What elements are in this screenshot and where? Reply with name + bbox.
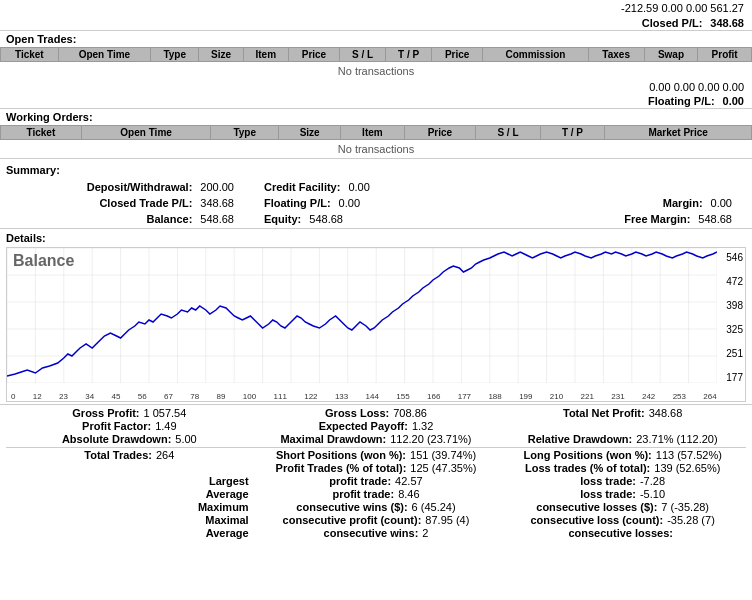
col-type: Type	[151, 48, 199, 62]
free-margin-label: Free Margin:	[624, 213, 690, 225]
wo-col-size: Size	[279, 126, 341, 140]
open-trades-no-transactions: No transactions	[1, 62, 752, 81]
short-positions-value: 151 (39.74%)	[410, 449, 476, 461]
average-profit-value: 8.46	[398, 488, 419, 500]
top-numbers: -212.59 0.00 0.00 561.27	[621, 2, 744, 14]
floating-subtotals: 0.00 0.00 0.00 0.00	[0, 80, 752, 94]
stats-row-8: Maximum consecutive wins ($): 6 (45.24) …	[6, 501, 746, 513]
details-section: Details: Balance 546 472 398 325 251 177	[0, 228, 752, 402]
largest-loss-value: -7.28	[640, 475, 665, 487]
open-trades-header: Open Trades:	[0, 31, 752, 47]
summary-section: Summary: Deposit/Withdrawal: 200.00 Cred…	[0, 158, 752, 228]
x-188: 188	[488, 392, 501, 401]
wo-col-open-time: Open Time	[81, 126, 211, 140]
y-label-3: 398	[726, 300, 743, 311]
floating-pl-label: Floating P/L:	[648, 95, 715, 107]
max-consec-wins-cell: consecutive wins ($): 6 (45.24)	[253, 501, 500, 513]
x-231: 231	[611, 392, 624, 401]
wo-col-tp: T / P	[540, 126, 605, 140]
summary-grid: Deposit/Withdrawal: 200.00 Credit Facili…	[0, 178, 752, 228]
x-12: 12	[33, 392, 42, 401]
balance-chart-line	[7, 252, 717, 376]
stats-row-3: Absolute Drawdown: 5.00 Maximal Drawdown…	[6, 433, 746, 445]
col-price2: Price	[432, 48, 483, 62]
avg-consec-wins-value: 2	[422, 527, 428, 539]
average-label-cell: Average	[6, 488, 253, 500]
summary-label: Summary:	[0, 162, 752, 178]
maximal-consec-profit-label: consecutive profit (count):	[283, 514, 422, 526]
col-price: Price	[288, 48, 339, 62]
x-133: 133	[335, 392, 348, 401]
loss-trades-cell: Loss trades (% of total): 139 (52.65%)	[499, 462, 746, 474]
total-trades-value: 264	[156, 449, 174, 461]
x-155: 155	[396, 392, 409, 401]
balance-value: 548.68	[200, 213, 234, 225]
x-0: 0	[11, 392, 15, 401]
maximal-drawdown-value: 112.20 (23.71%)	[390, 433, 471, 445]
closed-trade-pl-row: Closed Trade P/L: 348.68	[10, 196, 254, 210]
average-loss-cell: loss trade: -5.10	[499, 488, 746, 500]
wo-col-item: Item	[341, 126, 404, 140]
wo-col-ticket: Ticket	[1, 126, 82, 140]
stats-row-6: Largest profit trade: 42.57 loss trade: …	[6, 475, 746, 487]
max-consec-wins-label: consecutive wins ($):	[296, 501, 407, 513]
chart-container: Balance 546 472 398 325 251 177	[6, 247, 746, 402]
loss-trades-value: 139 (52.65%)	[654, 462, 720, 474]
absolute-drawdown-label: Absolute Drawdown:	[62, 433, 171, 445]
total-trades-label: Total Trades:	[84, 449, 152, 461]
closed-trade-pl-label: Closed Trade P/L:	[99, 197, 192, 209]
free-margin-value: 548.68	[698, 213, 732, 225]
absolute-drawdown-cell: Absolute Drawdown: 5.00	[6, 433, 253, 445]
long-positions-value: 113 (57.52%)	[656, 449, 722, 461]
closed-pl-value: 348.68	[710, 17, 744, 29]
col-taxes: Taxes	[588, 48, 644, 62]
loss-trades-label: Loss trades (% of total):	[525, 462, 650, 474]
margin-row: Margin: 0.00	[498, 196, 742, 210]
x-242: 242	[642, 392, 655, 401]
summary-floating-pl-row: Floating P/L: 0.00	[254, 196, 498, 210]
x-166: 166	[427, 392, 440, 401]
stats-row-2: Profit Factor: 1.49 Expected Payoff: 1.3…	[6, 420, 746, 432]
closed-trade-pl-value: 348.68	[200, 197, 234, 209]
average-loss-value: -5.10	[640, 488, 665, 500]
x-45: 45	[112, 392, 121, 401]
y-label-4: 325	[726, 324, 743, 335]
average-loss-label: loss trade:	[580, 488, 636, 500]
x-144: 144	[366, 392, 379, 401]
average-profit-label: profit trade:	[332, 488, 394, 500]
average-profit-cell: profit trade: 8.46	[253, 488, 500, 500]
chart-x-axis: 0 12 23 34 45 56 67 78 89 100 111 122 13…	[11, 392, 717, 401]
top-bar: -212.59 0.00 0.00 561.27	[0, 0, 752, 16]
y-label-6: 177	[726, 372, 743, 383]
maximal-label-cell: Maximal	[6, 514, 253, 526]
deposit-withdrawal-label: Deposit/Withdrawal:	[87, 181, 193, 193]
maximal-consec-profit-value: 87.95 (4)	[425, 514, 469, 526]
profit-trades-value: 125 (47.35%)	[410, 462, 476, 474]
max-consec-losses-cell: consecutive losses ($): 7 (-35.28)	[499, 501, 746, 513]
x-78: 78	[190, 392, 199, 401]
col-sl: S / L	[340, 48, 386, 62]
total-net-profit-label: Total Net Profit:	[563, 407, 645, 419]
floating-pl-bar: Floating P/L: 0.00	[0, 94, 752, 109]
col-tp: T / P	[386, 48, 432, 62]
x-177: 177	[458, 392, 471, 401]
chart-svg	[7, 248, 717, 383]
working-orders-columns: Ticket Open Time Type Size Item Price S …	[1, 126, 752, 140]
deposit-withdrawal-row: Deposit/Withdrawal: 200.00	[10, 180, 254, 194]
x-67: 67	[164, 392, 173, 401]
open-trades-table: Ticket Open Time Type Size Item Price S …	[0, 47, 752, 80]
total-net-profit-value: 348.68	[649, 407, 683, 419]
short-positions-label: Short Positions (won %):	[276, 449, 406, 461]
floating-pl-value: 0.00	[723, 95, 744, 107]
x-89: 89	[217, 392, 226, 401]
gross-loss-cell: Gross Loss: 708.86	[253, 407, 500, 419]
largest-profit-cell: profit trade: 42.57	[253, 475, 500, 487]
max-consec-losses-label: consecutive losses ($):	[536, 501, 657, 513]
gross-loss-value: 708.86	[393, 407, 427, 419]
gross-profit-cell: Gross Profit: 1 057.54	[6, 407, 253, 419]
details-label: Details:	[0, 231, 752, 245]
col-open-time: Open Time	[58, 48, 150, 62]
stats-section: Gross Profit: 1 057.54 Gross Loss: 708.8…	[0, 404, 752, 542]
maximal-consec-loss-cell: consecutive loss (count): -35.28 (7)	[499, 514, 746, 526]
avg-consec-losses-cell: consecutive losses:	[499, 527, 746, 539]
